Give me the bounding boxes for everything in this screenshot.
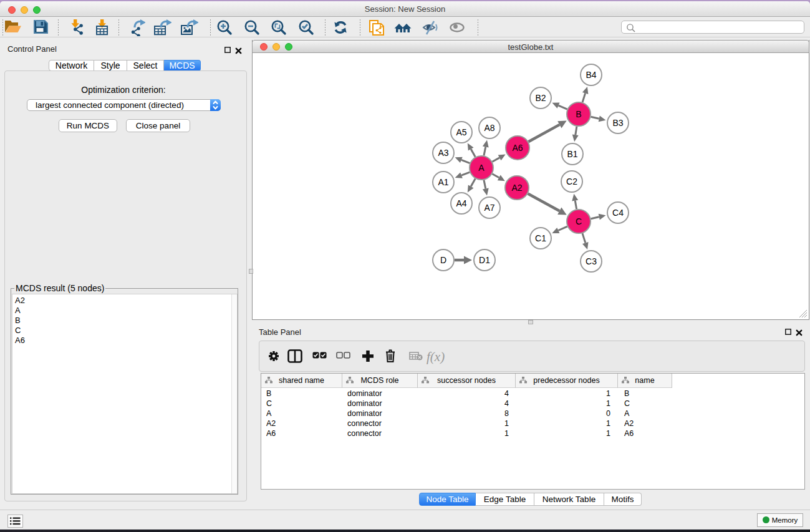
svg-text:B2: B2 xyxy=(535,93,546,103)
svg-text:A3: A3 xyxy=(438,148,448,158)
svg-text:C2: C2 xyxy=(566,177,577,186)
svg-text:B4: B4 xyxy=(586,70,596,80)
svg-text:A5: A5 xyxy=(456,127,466,137)
svg-text:B: B xyxy=(576,109,581,119)
svg-text:C: C xyxy=(576,216,582,226)
svg-text:D1: D1 xyxy=(479,255,490,265)
svg-text:A1: A1 xyxy=(438,177,448,187)
svg-text:A8: A8 xyxy=(484,123,494,133)
svg-text:A: A xyxy=(478,163,485,173)
svg-text:B3: B3 xyxy=(612,118,623,128)
svg-text:D: D xyxy=(440,255,446,265)
svg-text:C4: C4 xyxy=(612,208,624,218)
svg-text:A7: A7 xyxy=(484,203,494,213)
svg-text:C3: C3 xyxy=(586,256,597,266)
svg-text:B1: B1 xyxy=(567,149,577,159)
svg-text:C1: C1 xyxy=(535,233,546,243)
svg-text:A2: A2 xyxy=(511,183,522,193)
svg-text:A6: A6 xyxy=(512,143,523,153)
svg-text:A4: A4 xyxy=(456,198,466,208)
